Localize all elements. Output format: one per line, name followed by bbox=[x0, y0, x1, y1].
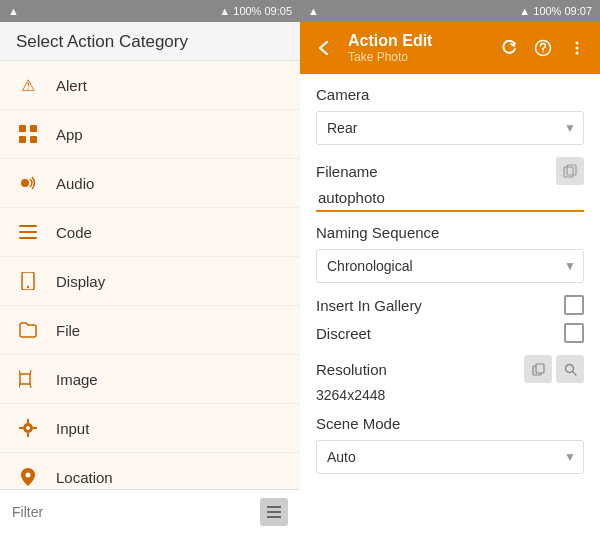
category-label-image: Image bbox=[56, 371, 98, 388]
svg-line-12 bbox=[30, 370, 31, 374]
svg-rect-0 bbox=[19, 125, 26, 132]
audio-icon bbox=[16, 171, 40, 195]
category-label-display: Display bbox=[56, 273, 105, 290]
display-icon bbox=[16, 269, 40, 293]
toolbar-title-sub: Take Photo bbox=[348, 50, 486, 64]
resolution-label: Resolution bbox=[316, 361, 387, 378]
app-icon bbox=[16, 122, 40, 146]
right-status-right: ▲ 100% 09:07 bbox=[519, 5, 592, 17]
svg-rect-6 bbox=[19, 231, 37, 233]
gallery-checkbox[interactable] bbox=[564, 295, 584, 315]
alert-icon: ⚠ bbox=[16, 73, 40, 97]
image-icon bbox=[16, 367, 40, 391]
right-panel: ▲ ▲ 100% 09:07 Action Edit Take Photo bbox=[300, 0, 600, 533]
category-list: ⚠ Alert App Audio bbox=[0, 61, 300, 489]
gallery-label: Insert In Gallery bbox=[316, 297, 422, 314]
camera-label: Camera bbox=[316, 86, 584, 103]
svg-rect-37 bbox=[536, 364, 544, 373]
input-icon bbox=[16, 416, 40, 440]
category-label-audio: Audio bbox=[56, 175, 94, 192]
file-icon bbox=[16, 318, 40, 342]
right-status-left: ▲ bbox=[308, 5, 319, 17]
category-item-alert[interactable]: ⚠ Alert bbox=[0, 61, 300, 110]
filter-input[interactable] bbox=[12, 504, 252, 520]
svg-point-31 bbox=[576, 42, 579, 45]
filename-input-wrapper bbox=[316, 185, 584, 212]
more-options-button[interactable] bbox=[562, 33, 592, 63]
back-button[interactable] bbox=[308, 32, 340, 64]
resolution-value: 3264x2448 bbox=[316, 387, 584, 403]
filename-label: Filename bbox=[316, 163, 378, 180]
category-item-display[interactable]: Display bbox=[0, 257, 300, 306]
toolbar-title: Action Edit Take Photo bbox=[348, 32, 486, 64]
right-content: Camera Rear Front ▼ Filename Naming Sequ… bbox=[300, 74, 600, 533]
location-icon bbox=[16, 465, 40, 489]
gallery-row: Insert In Gallery bbox=[316, 295, 584, 315]
left-status-bar: ▲ ▲ 100% 09:05 bbox=[0, 0, 300, 22]
scene-select[interactable]: Auto Portrait Landscape Night bbox=[316, 440, 584, 474]
category-item-location[interactable]: Location bbox=[0, 453, 300, 489]
category-item-input[interactable]: Input bbox=[0, 404, 300, 453]
svg-rect-17 bbox=[27, 419, 29, 423]
refresh-button[interactable] bbox=[494, 33, 524, 63]
category-label-location: Location bbox=[56, 469, 113, 486]
svg-rect-28 bbox=[267, 516, 281, 518]
svg-point-30 bbox=[542, 51, 544, 53]
svg-rect-10 bbox=[20, 374, 30, 384]
category-item-image[interactable]: Image bbox=[0, 355, 300, 404]
help-button[interactable] bbox=[528, 33, 558, 63]
filename-copy-icon[interactable] bbox=[556, 157, 584, 185]
svg-line-13 bbox=[19, 384, 20, 388]
scene-dropdown-wrapper: Auto Portrait Landscape Night ▼ bbox=[316, 440, 584, 474]
category-label-code: Code bbox=[56, 224, 92, 241]
category-label-input: Input bbox=[56, 420, 89, 437]
svg-rect-3 bbox=[30, 136, 37, 143]
left-title-bar: Select Action Category bbox=[0, 22, 300, 61]
camera-select[interactable]: Rear Front bbox=[316, 111, 584, 145]
svg-rect-18 bbox=[27, 433, 29, 437]
scene-label: Scene Mode bbox=[316, 415, 584, 432]
svg-line-11 bbox=[19, 370, 20, 374]
camera-dropdown-wrapper: Rear Front ▼ bbox=[316, 111, 584, 145]
discreet-row: Discreet bbox=[316, 323, 584, 343]
svg-rect-2 bbox=[19, 136, 26, 143]
toolbar-title-main: Action Edit bbox=[348, 32, 486, 50]
svg-point-33 bbox=[576, 52, 579, 55]
naming-dropdown-wrapper: Chronological Sequential Timestamp ▼ bbox=[316, 249, 584, 283]
svg-point-4 bbox=[21, 179, 29, 187]
svg-point-9 bbox=[27, 286, 29, 288]
naming-select[interactable]: Chronological Sequential Timestamp bbox=[316, 249, 584, 283]
code-icon bbox=[16, 220, 40, 244]
left-panel: ▲ ▲ 100% 09:05 Select Action Category ⚠ … bbox=[0, 0, 300, 533]
discreet-checkbox[interactable] bbox=[564, 323, 584, 343]
svg-line-14 bbox=[30, 384, 31, 388]
filename-input[interactable] bbox=[316, 185, 584, 212]
svg-rect-19 bbox=[19, 427, 23, 429]
category-item-code[interactable]: Code bbox=[0, 208, 300, 257]
category-label-app: App bbox=[56, 126, 83, 143]
resolution-search-icon[interactable] bbox=[556, 355, 584, 383]
category-item-audio[interactable]: Audio bbox=[0, 159, 300, 208]
svg-line-39 bbox=[572, 371, 576, 375]
category-label-file: File bbox=[56, 322, 80, 339]
left-status-left: ▲ bbox=[8, 5, 19, 17]
svg-point-21 bbox=[26, 473, 31, 478]
resolution-row: Resolution bbox=[316, 355, 584, 383]
svg-rect-1 bbox=[30, 125, 37, 132]
svg-rect-20 bbox=[33, 427, 37, 429]
right-toolbar: Action Edit Take Photo bbox=[300, 22, 600, 74]
filename-section-row: Filename bbox=[316, 157, 584, 185]
resolution-icons bbox=[524, 355, 584, 383]
category-item-app[interactable]: App bbox=[0, 110, 300, 159]
resolution-copy-icon[interactable] bbox=[524, 355, 552, 383]
filter-menu-icon[interactable] bbox=[260, 498, 288, 526]
naming-label: Naming Sequence bbox=[316, 224, 584, 241]
category-item-file[interactable]: File bbox=[0, 306, 300, 355]
filter-bar bbox=[0, 489, 300, 533]
svg-point-32 bbox=[576, 47, 579, 50]
select-action-category-title: Select Action Category bbox=[16, 32, 188, 51]
right-status-bar: ▲ ▲ 100% 09:07 bbox=[300, 0, 600, 22]
svg-point-16 bbox=[26, 426, 30, 430]
svg-rect-26 bbox=[267, 506, 281, 508]
toolbar-actions bbox=[494, 33, 592, 63]
